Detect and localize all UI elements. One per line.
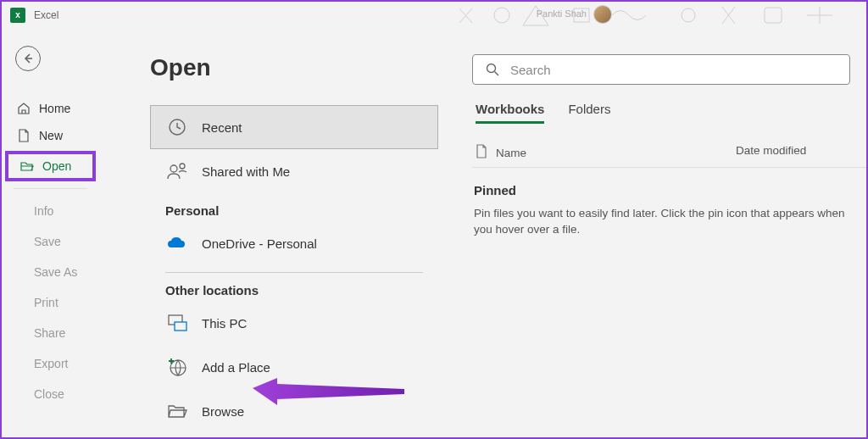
nav-close[interactable]: Close [2, 379, 99, 409]
pinned-hint: Pin files you want to easily find later.… [472, 206, 866, 238]
titlebar: Excel Pankti Shah [2, 2, 866, 29]
nav-open-label: Open [42, 159, 71, 173]
file-table-header: Name Date modified [472, 139, 866, 168]
nav-new[interactable]: New [2, 122, 99, 149]
nav-print[interactable]: Print [2, 287, 99, 318]
tab-folders[interactable]: Folders [568, 102, 610, 124]
nav-home[interactable]: Home [2, 95, 99, 122]
location-browse[interactable]: Browse [150, 389, 438, 433]
open-file-list-panel: Workbooks Folders Name Date modified Pin… [438, 54, 866, 437]
back-arrow-icon [22, 53, 34, 64]
tab-workbooks[interactable]: Workbooks [476, 102, 544, 124]
open-locations-panel: Open Recent Shared with Me Personal OneD… [150, 54, 438, 437]
shared-people-icon [166, 160, 188, 182]
nav-info[interactable]: Info [2, 196, 99, 226]
svg-point-2 [682, 8, 695, 22]
add-place-globe-icon [166, 356, 188, 378]
location-recent[interactable]: Recent [150, 105, 438, 149]
backstage-nav: Home New Open Info Save Save As Print Sh… [2, 29, 99, 437]
search-input[interactable] [510, 63, 837, 77]
this-pc-icon [166, 312, 188, 334]
svg-point-0 [494, 8, 509, 23]
location-recent-label: Recent [202, 120, 242, 135]
nav-home-label: Home [39, 102, 70, 115]
file-tabs: Workbooks Folders [472, 102, 866, 124]
file-icon [476, 144, 487, 162]
nav-share[interactable]: Share [2, 318, 99, 348]
svg-point-6 [180, 164, 185, 169]
location-onedrive[interactable]: OneDrive - Personal [150, 221, 438, 265]
new-file-icon [17, 129, 31, 142]
svg-point-10 [487, 64, 496, 73]
location-this-pc[interactable]: This PC [150, 301, 438, 345]
section-other: Other locations [150, 273, 438, 301]
svg-rect-3 [765, 8, 782, 23]
svg-rect-8 [175, 322, 186, 331]
user-avatar[interactable] [593, 5, 612, 24]
pinned-group-label: Pinned [472, 183, 866, 197]
onedrive-cloud-icon [166, 232, 188, 254]
location-onedrive-label: OneDrive - Personal [202, 236, 317, 251]
location-add-place-label: Add a Place [202, 360, 270, 375]
titlebar-decoration [442, 2, 866, 29]
nav-save[interactable]: Save [2, 226, 99, 257]
app-title: Excel [34, 9, 58, 21]
back-button[interactable] [15, 46, 41, 71]
location-shared[interactable]: Shared with Me [150, 149, 438, 193]
recent-clock-icon [166, 116, 188, 138]
open-folder-icon [20, 159, 34, 173]
location-browse-label: Browse [202, 404, 244, 419]
location-shared-label: Shared with Me [202, 164, 290, 179]
col-date[interactable]: Date modified [736, 144, 863, 162]
browse-folder-icon [166, 400, 188, 422]
nav-divider [14, 188, 87, 189]
excel-app-icon [10, 8, 25, 23]
svg-point-5 [170, 165, 177, 172]
nav-save-as[interactable]: Save As [2, 257, 99, 287]
col-name[interactable]: Name [496, 147, 526, 159]
page-title: Open [150, 54, 438, 81]
section-personal: Personal [150, 193, 438, 221]
home-icon [17, 102, 31, 115]
nav-export[interactable]: Export [2, 348, 99, 379]
search-icon [485, 62, 500, 77]
nav-open[interactable]: Open [5, 151, 96, 181]
location-add-place[interactable]: Add a Place [150, 345, 438, 389]
nav-new-label: New [39, 129, 63, 142]
user-name: Pankti Shah [537, 8, 587, 19]
location-this-pc-label: This PC [202, 316, 247, 331]
search-box[interactable] [472, 54, 850, 85]
